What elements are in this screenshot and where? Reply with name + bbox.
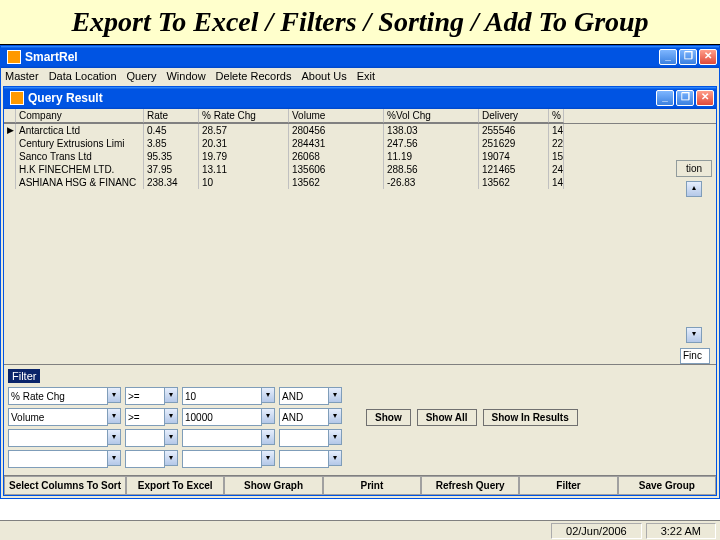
doc-icon — [10, 91, 24, 105]
cell: 121465 — [479, 163, 549, 176]
filter-value-input[interactable] — [182, 429, 262, 447]
chevron-down-icon[interactable]: ▾ — [261, 429, 275, 445]
chevron-down-icon[interactable]: ▾ — [107, 387, 121, 403]
chevron-down-icon[interactable]: ▾ — [328, 429, 342, 445]
filter-field-combo[interactable]: % Rate Chg — [8, 387, 108, 405]
show-graph-button[interactable]: Show Graph — [224, 476, 322, 495]
page-title: Export To Excel / Filters / Sorting / Ad… — [10, 6, 710, 38]
show-all-button[interactable]: Show All — [417, 409, 477, 426]
scroll-up-button[interactable]: ▴ — [686, 181, 702, 197]
filter-label: Filter — [8, 369, 40, 383]
header-rate[interactable]: Rate — [144, 109, 199, 123]
menu-master[interactable]: Master — [5, 70, 39, 82]
menu-data-location[interactable]: Data Location — [49, 70, 117, 82]
app-icon — [7, 50, 21, 64]
chevron-down-icon[interactable]: ▾ — [328, 387, 342, 403]
menu-delete-records[interactable]: Delete Records — [216, 70, 292, 82]
cell: Sanco Trans Ltd — [16, 150, 144, 163]
table-row[interactable]: Sanco Trans Ltd95.3519.792606811.1919074… — [4, 150, 716, 163]
refresh-query-button[interactable]: Refresh Query — [421, 476, 519, 495]
filter-value-input[interactable]: 10 — [182, 387, 262, 405]
show-in-results-button[interactable]: Show In Results — [483, 409, 578, 426]
table-row[interactable]: H.K FINECHEM LTD.37.9513.11135606288.561… — [4, 163, 716, 176]
header-delivery[interactable]: Delivery — [479, 109, 549, 123]
table-row[interactable]: ▶Antarctica Ltd0.4528.57280456138.032555… — [4, 124, 716, 137]
filter-op-combo[interactable]: >= — [125, 387, 165, 405]
chevron-down-icon[interactable]: ▾ — [164, 429, 178, 445]
find-box-fragment[interactable]: Finc — [680, 348, 710, 364]
query-result-window: Query Result _ ❐ ✕ Company Rate % Rate C… — [3, 86, 717, 496]
chevron-down-icon[interactable]: ▾ — [107, 408, 121, 424]
filter-op-combo[interactable] — [125, 429, 165, 447]
filter-op-combo[interactable] — [125, 450, 165, 468]
filter-op-combo[interactable]: >= — [125, 408, 165, 426]
cell: 37.95 — [144, 163, 199, 176]
header-vol-chg[interactable]: %Vol Chg — [384, 109, 479, 123]
maximize-button[interactable]: ❐ — [679, 49, 697, 65]
filter-field-combo[interactable]: Volume — [8, 408, 108, 426]
header-company[interactable]: Company — [16, 109, 144, 123]
header-rate-chg[interactable]: % Rate Chg — [199, 109, 289, 123]
print-button[interactable]: Print — [323, 476, 421, 495]
chevron-down-icon[interactable]: ▾ — [328, 450, 342, 466]
cell: 10 — [199, 176, 289, 189]
chevron-down-icon[interactable]: ▾ — [164, 450, 178, 466]
filter-value-input[interactable]: 10000 — [182, 408, 262, 426]
bottom-toolbar: Select Columns To Sort Export To Excel S… — [4, 475, 716, 495]
inner-maximize-button[interactable]: ❐ — [676, 90, 694, 106]
row-indicator: ▶ — [4, 124, 16, 137]
results-grid-wrap: Company Rate % Rate Chg Volume %Vol Chg … — [4, 109, 716, 364]
row-indicator — [4, 176, 16, 189]
right-label-fragment: tion — [676, 160, 712, 177]
close-button[interactable]: ✕ — [699, 49, 717, 65]
chevron-down-icon[interactable]: ▾ — [107, 450, 121, 466]
cell: 280456 — [289, 124, 384, 137]
cell: -26.83 — [384, 176, 479, 189]
cell: 20.31 — [199, 137, 289, 150]
cell: 14 — [549, 176, 564, 189]
cell: 28.57 — [199, 124, 289, 137]
inner-title: Query Result — [28, 91, 656, 105]
menu-exit[interactable]: Exit — [357, 70, 375, 82]
cell: 14 — [549, 124, 564, 137]
chevron-down-icon[interactable]: ▾ — [164, 387, 178, 403]
filter-value-input[interactable] — [182, 450, 262, 468]
filter-logic-combo[interactable]: AND — [279, 408, 329, 426]
scroll-down-button[interactable]: ▾ — [686, 327, 702, 343]
chevron-down-icon[interactable]: ▾ — [261, 387, 275, 403]
inner-titlebar: Query Result _ ❐ ✕ — [4, 87, 716, 109]
grid-header-row: Company Rate % Rate Chg Volume %Vol Chg … — [4, 109, 716, 124]
header-volume[interactable]: Volume — [289, 109, 384, 123]
menu-about-us[interactable]: About Us — [301, 70, 346, 82]
filter-button[interactable]: Filter — [519, 476, 617, 495]
chevron-down-icon[interactable]: ▾ — [261, 450, 275, 466]
cell: 284431 — [289, 137, 384, 150]
window-controls: _ ❐ ✕ — [659, 49, 717, 65]
inner-minimize-button[interactable]: _ — [656, 90, 674, 106]
save-group-button[interactable]: Save Group — [618, 476, 716, 495]
chevron-down-icon[interactable]: ▾ — [164, 408, 178, 424]
export-excel-button[interactable]: Export To Excel — [126, 476, 224, 495]
filter-logic-combo[interactable] — [279, 429, 329, 447]
chevron-down-icon[interactable]: ▾ — [328, 408, 342, 424]
filter-action-buttons: ShowShow AllShow In Results — [366, 409, 578, 426]
header-pct[interactable]: % — [549, 109, 564, 123]
minimize-button[interactable]: _ — [659, 49, 677, 65]
show-button[interactable]: Show — [366, 409, 411, 426]
presentation-title-banner: Export To Excel / Filters / Sorting / Ad… — [0, 0, 720, 45]
filter-logic-combo[interactable] — [279, 450, 329, 468]
table-row[interactable]: Century Extrusions Limi3.8520.3128443124… — [4, 137, 716, 150]
select-columns-button[interactable]: Select Columns To Sort — [4, 476, 126, 495]
inner-close-button[interactable]: ✕ — [696, 90, 714, 106]
filter-logic-combo[interactable]: AND — [279, 387, 329, 405]
menu-query[interactable]: Query — [127, 70, 157, 82]
filter-field-combo[interactable] — [8, 429, 108, 447]
filter-row: ▾▾▾▾ — [8, 429, 712, 447]
cell: 24 — [549, 163, 564, 176]
chevron-down-icon[interactable]: ▾ — [107, 429, 121, 445]
chevron-down-icon[interactable]: ▾ — [261, 408, 275, 424]
filter-field-combo[interactable] — [8, 450, 108, 468]
menu-window[interactable]: Window — [166, 70, 205, 82]
table-row[interactable]: ASHIANA HSG & FINANC238.341013562-26.831… — [4, 176, 716, 189]
statusbar: 02/Jun/2006 3:22 AM — [0, 520, 720, 540]
